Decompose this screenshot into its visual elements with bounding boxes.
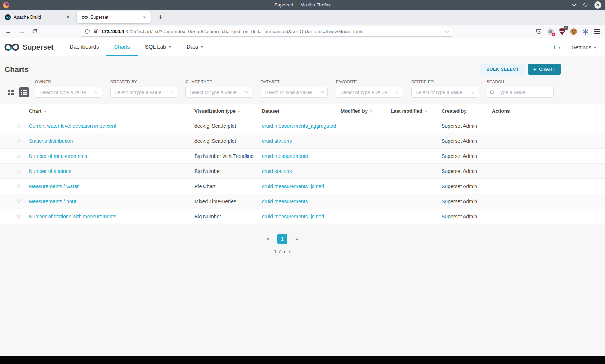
visualization-type-cell: Mixed Time-Series <box>194 199 262 204</box>
tab-title: Apache Druid <box>14 15 65 20</box>
adblock-shield-icon[interactable]: 4 <box>559 28 565 35</box>
filter-select[interactable]: Select or type a value <box>261 87 328 98</box>
back-button-icon[interactable]: ← <box>5 28 12 35</box>
chevron-down-icon <box>396 90 399 94</box>
list-view-icon[interactable] <box>19 87 29 97</box>
chart-link[interactable]: Number of stations <box>29 168 71 174</box>
window-minimize-icon[interactable] <box>572 4 577 6</box>
filter-label: CHART TYPE <box>185 79 252 84</box>
favorite-star-icon[interactable]: ☆ <box>16 213 21 220</box>
tab-superset[interactable]: Superset × <box>77 11 151 23</box>
chevron-down-icon <box>245 90 249 94</box>
insecure-lock-icon[interactable] <box>93 29 98 35</box>
chevron-down-icon <box>321 90 324 94</box>
favorite-star-icon[interactable]: ☆ <box>16 198 21 205</box>
filter-placeholder: Select or type a value <box>416 90 462 95</box>
filter-certified: CERTIFIED Select or type a value <box>411 79 478 98</box>
url-path: :32251/chart/list/?pageIndex=0&sortColum… <box>124 29 364 34</box>
column-header-modified-by[interactable]: Modified by <box>341 108 391 114</box>
settings-menu[interactable]: Settings <box>572 44 596 50</box>
reload-button-icon[interactable] <box>32 29 37 34</box>
menu-hamburger-icon[interactable] <box>594 29 600 34</box>
add-new-menu[interactable]: + <box>552 44 561 51</box>
extension-disabled-icon[interactable]: × <box>547 28 554 35</box>
results-summary: 1-7 of 7 <box>0 249 605 254</box>
tab-close-icon[interactable]: × <box>142 14 148 21</box>
favorite-star-icon[interactable]: ☆ <box>16 183 21 190</box>
dataset-link[interactable]: druid.measurements_joined <box>262 183 324 189</box>
cookie-icon[interactable] <box>570 28 577 35</box>
filter-select[interactable]: Select or type a value <box>185 87 252 98</box>
dataset-link[interactable]: druid.stations <box>262 138 292 144</box>
dataset-link[interactable]: druid.measurements_aggregated <box>262 123 336 129</box>
new-tab-button[interactable]: + <box>156 13 165 22</box>
dataset-link[interactable]: druid.stations <box>262 168 292 174</box>
chevron-down-icon <box>170 90 174 94</box>
window-titlebar: Superset — Mozilla Firefox ✕ <box>0 0 605 10</box>
column-header-visualization-type[interactable]: Visualization type <box>194 108 262 114</box>
chart-link[interactable]: Number of stations with measurements <box>29 214 116 219</box>
charts-table: Chart Visualization type Dataset Modifie… <box>0 104 605 224</box>
column-header-chart[interactable]: Chart <box>29 108 194 114</box>
add-chart-button[interactable]: + CHART <box>528 64 561 75</box>
search-input[interactable] <box>487 87 554 98</box>
tab-separator <box>74 14 74 21</box>
visualization-type-cell: Big Number <box>194 168 262 174</box>
table-row: ☆ Number of stations with measurements B… <box>0 209 605 224</box>
tab-apache-druid[interactable]: Apache Druid × <box>0 10 74 25</box>
superset-logo-icon <box>4 43 19 51</box>
pagination-next[interactable]: » <box>295 236 298 242</box>
nav-item-dashboards[interactable]: Dashboards <box>62 38 107 56</box>
tab-close-icon[interactable]: × <box>65 14 71 21</box>
favorite-star-icon[interactable]: ☆ <box>16 137 21 144</box>
chart-link[interactable]: Number of measurements <box>29 153 87 159</box>
chart-link[interactable]: Current water level deviation in percent <box>29 123 116 129</box>
filter-select[interactable]: Select or type a value <box>35 87 102 98</box>
nav-item-data[interactable]: Data <box>179 38 211 56</box>
chevron-down-icon <box>169 46 171 48</box>
pocket-icon[interactable] <box>535 28 542 35</box>
tracking-shield-icon[interactable] <box>85 29 90 35</box>
dataset-link[interactable]: druid.measurements_joined <box>262 214 324 219</box>
filter-select[interactable]: Select or type a value <box>336 87 403 98</box>
nav-item-charts[interactable]: Charts <box>106 38 137 56</box>
browser-toolbar: ← → 172.18.0.4:32251/chart/list/?pageInd… <box>0 25 605 38</box>
window-close-icon[interactable]: ✕ <box>594 1 601 9</box>
chevron-down-icon <box>201 46 203 48</box>
filter-chart-type: CHART TYPE Select or type a value <box>185 79 252 98</box>
favorite-star-icon[interactable]: ☆ <box>16 168 21 174</box>
nav-item-sql-lab[interactable]: SQL Lab <box>138 38 179 56</box>
asterisk-extension-icon[interactable] <box>582 28 589 35</box>
pagination-prev[interactable]: « <box>266 236 269 242</box>
table-row: ☆ Measurements / water Pie Chart druid.m… <box>0 178 605 194</box>
table-row: ☆ Stations distribution deck.gl Scatterp… <box>0 133 605 148</box>
superset-brand[interactable]: Superset <box>4 38 54 56</box>
filter-favorite: FAVORITE Select or type a value <box>336 79 403 98</box>
column-header-created-by: Created by <box>442 108 492 114</box>
chevron-down-icon <box>593 47 596 49</box>
visualization-type-cell: Big Number with Trendline <box>194 153 262 159</box>
chevron-down-icon <box>95 90 98 94</box>
dataset-link[interactable]: druid.measurements <box>262 153 308 159</box>
column-header-last-modified[interactable]: Last modified <box>391 108 442 114</box>
card-view-icon[interactable] <box>7 89 14 96</box>
window-maximize-icon[interactable] <box>583 3 588 7</box>
druid-favicon <box>5 14 11 20</box>
favorite-star-icon[interactable]: ☆ <box>16 122 21 129</box>
forward-button-icon[interactable]: → <box>19 28 25 35</box>
pagination-page-1[interactable]: 1 <box>277 234 287 244</box>
filter-select[interactable]: Select or type a value <box>110 87 177 98</box>
superset-navbar: Superset Dashboards Charts SQL Lab Data … <box>0 38 605 56</box>
url-bar[interactable]: 172.18.0.4:32251/chart/list/?pageIndex=0… <box>81 27 453 37</box>
dataset-link[interactable]: druid.measurements <box>262 199 308 204</box>
filter-select[interactable]: Select or type a value <box>411 87 478 98</box>
bulk-select-button[interactable]: BULK SELECT <box>480 64 525 75</box>
bookmark-star-icon[interactable]: ☆ <box>445 28 449 35</box>
sort-icon <box>238 109 240 113</box>
chart-link[interactable]: Measurements / water <box>29 183 79 189</box>
created-by-cell: Superset Admin <box>442 138 492 144</box>
column-header-actions: Actions <box>492 108 605 114</box>
favorite-star-icon[interactable]: ☆ <box>16 153 21 159</box>
chart-link[interactable]: Measurements / hour <box>29 199 76 204</box>
chart-link[interactable]: Stations distribution <box>29 138 73 144</box>
